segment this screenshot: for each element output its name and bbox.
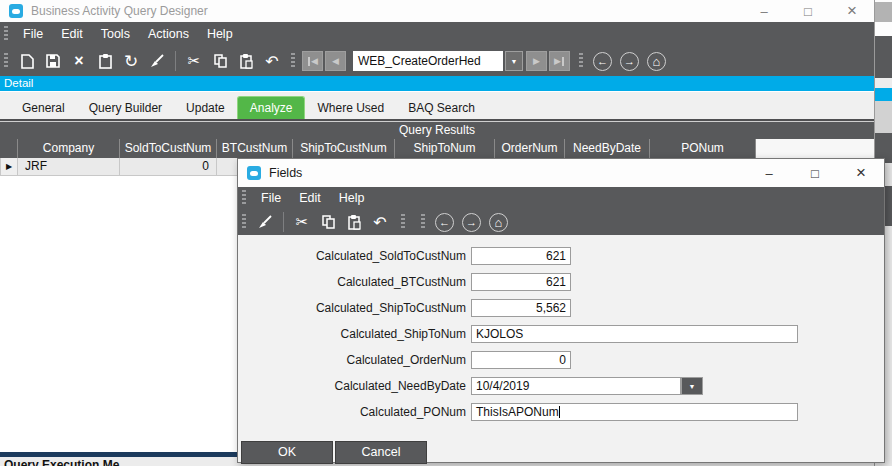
- row-selector-icon[interactable]: ▶: [0, 158, 18, 176]
- fields-dialog: Fields – □ × FileEditHelp ✂ ↶: [237, 158, 885, 463]
- toolbar-separator: [283, 212, 284, 232]
- ok-button[interactable]: OK: [241, 441, 333, 464]
- column-header-ordernum[interactable]: OrderNum: [495, 139, 565, 158]
- back-icon[interactable]: ←: [435, 213, 454, 232]
- column-header-filler: [756, 139, 874, 158]
- window-controls: – □ ×: [742, 0, 874, 22]
- dialog-maximize-icon[interactable]: □: [792, 159, 838, 187]
- nav-next-button[interactable]: ▶: [526, 51, 547, 71]
- tab-general[interactable]: General: [10, 97, 77, 119]
- dialog-minimize-icon[interactable]: –: [746, 159, 792, 187]
- field-input-calculated-ponum[interactable]: ThisIsAPONum: [471, 403, 798, 421]
- cut-icon[interactable]: ✂: [289, 210, 315, 234]
- screen: Business Activity Query Designer – □ × F…: [0, 0, 892, 466]
- grid-cell-company[interactable]: JRF: [18, 158, 120, 176]
- nav-previous-button[interactable]: ◀: [325, 51, 346, 71]
- menu-item-file[interactable]: File: [14, 22, 52, 46]
- copy-icon: [322, 215, 335, 229]
- column-header-ponum[interactable]: PONum: [650, 139, 756, 158]
- text-cursor: [559, 406, 560, 418]
- copy-icon: [214, 54, 227, 68]
- column-header-soldtocustnum[interactable]: SoldToCustNum: [120, 139, 217, 158]
- save-button[interactable]: [40, 49, 66, 73]
- window-title: Business Activity Query Designer: [31, 4, 208, 18]
- query-results-header: Query Results: [0, 121, 874, 139]
- drag-grip[interactable]: [242, 214, 246, 230]
- cut-icon[interactable]: ✂: [181, 49, 207, 73]
- home-icon[interactable]: ⌂: [489, 213, 508, 232]
- record-combo-dropdown-icon[interactable]: ▼: [505, 51, 523, 71]
- new-record-button[interactable]: [14, 49, 40, 73]
- paste-special-button[interactable]: [92, 49, 118, 73]
- column-header-btcustnum[interactable]: BTCustNum: [217, 139, 293, 158]
- drag-grip[interactable]: [579, 53, 583, 69]
- forward-icon[interactable]: →: [462, 213, 481, 232]
- drag-grip[interactable]: [421, 214, 425, 230]
- cancel-button[interactable]: Cancel: [335, 441, 427, 464]
- menu-item-tools[interactable]: Tools: [92, 22, 139, 46]
- undo-icon[interactable]: ↶: [259, 49, 285, 73]
- delete-icon[interactable]: ×: [66, 49, 92, 73]
- column-header-shiptocustnum[interactable]: ShipToCustNum: [293, 139, 395, 158]
- last-bar: [562, 57, 564, 66]
- tab-where-used[interactable]: Where Used: [305, 97, 396, 119]
- field-label-calculated-btcustnum: Calculated_BTCustNum: [248, 275, 466, 289]
- maximize-icon[interactable]: □: [786, 0, 830, 22]
- close-icon[interactable]: ×: [830, 0, 874, 22]
- paste-icon: [348, 215, 361, 230]
- menu-item-help[interactable]: Help: [198, 22, 242, 46]
- nav-next-icon: ▶: [533, 56, 540, 66]
- copy-button[interactable]: [207, 49, 233, 73]
- drag-grip[interactable]: [242, 190, 246, 206]
- copy-button[interactable]: [315, 210, 341, 234]
- column-header-needbydate[interactable]: NeedByDate: [565, 139, 650, 158]
- drag-grip[interactable]: [4, 53, 8, 69]
- undo-icon[interactable]: ↶: [367, 210, 393, 234]
- menu-item-actions[interactable]: Actions: [139, 22, 198, 46]
- menu-item-edit[interactable]: Edit: [52, 22, 92, 46]
- background-segment: [875, 88, 892, 101]
- main-menubar: FileEditToolsActionsHelp: [0, 22, 874, 46]
- nav-last-button[interactable]: ▶: [549, 51, 570, 71]
- dialog-close-icon[interactable]: ×: [838, 159, 884, 187]
- dialog-menu-item-edit[interactable]: Edit: [290, 187, 330, 209]
- row-selector-header: [0, 139, 18, 158]
- tab-update[interactable]: Update: [174, 97, 237, 119]
- column-header-company[interactable]: Company: [18, 139, 120, 158]
- paste-button[interactable]: [233, 49, 259, 73]
- tab-query-builder[interactable]: Query Builder: [77, 97, 174, 119]
- clear-button[interactable]: [252, 210, 278, 234]
- background-segment: [875, 36, 892, 78]
- field-label-calculated-shiptocustnum: Calculated_ShipToCustNum: [248, 301, 466, 315]
- clear-button[interactable]: [144, 49, 170, 73]
- home-icon[interactable]: ⌂: [647, 52, 666, 71]
- record-combo-input[interactable]: WEB_CreateOrderHed: [353, 51, 503, 71]
- field-input-calculated-shiptonum[interactable]: KJOLOS: [471, 325, 798, 343]
- grid-cell-soldtocustnum[interactable]: 0: [120, 158, 217, 176]
- field-label-calculated-shiptonum: Calculated_ShipToNum: [248, 327, 466, 341]
- main-titlebar: Business Activity Query Designer – □ ×: [0, 0, 874, 22]
- nav-first-icon: ◀: [311, 56, 318, 66]
- drag-grip[interactable]: [401, 214, 405, 230]
- tab-analyze[interactable]: Analyze: [237, 96, 306, 119]
- field-input-calculated-soldtocustnum[interactable]: 621: [471, 247, 571, 265]
- field-input-calculated-btcustnum[interactable]: 621: [471, 273, 571, 291]
- minimize-icon[interactable]: –: [742, 0, 786, 22]
- drag-grip[interactable]: [4, 26, 8, 42]
- dialog-menu-item-file[interactable]: File: [252, 187, 290, 209]
- back-icon[interactable]: ←: [593, 52, 612, 71]
- tab-baq-search[interactable]: BAQ Search: [396, 97, 487, 119]
- drag-grip[interactable]: [291, 53, 295, 69]
- field-input-calculated-ordernum[interactable]: 0: [471, 351, 571, 369]
- refresh-icon[interactable]: ↻: [118, 49, 144, 73]
- nav-first-button[interactable]: ◀: [302, 51, 323, 71]
- dialog-menu-item-help[interactable]: Help: [330, 187, 374, 209]
- background-segment: [875, 78, 892, 88]
- column-header-shiptonum[interactable]: ShipToNum: [395, 139, 495, 158]
- forward-icon[interactable]: →: [620, 52, 639, 71]
- app-icon: [9, 4, 23, 18]
- date-dropdown-icon[interactable]: ▼: [681, 377, 703, 395]
- field-input-calculated-needbydate[interactable]: 10/4/2019: [471, 377, 681, 395]
- field-input-calculated-shiptocustnum[interactable]: 5,562: [471, 299, 571, 317]
- paste-button[interactable]: [341, 210, 367, 234]
